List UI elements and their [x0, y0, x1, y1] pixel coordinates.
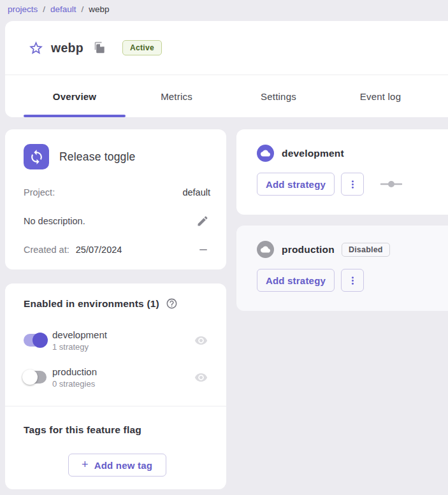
breadcrumb-default-project[interactable]: default: [50, 4, 76, 14]
environment-text: production 0 strategies: [52, 366, 194, 389]
flag-header-card: webp Active Overview Metrics Settings Ev…: [5, 21, 448, 117]
development-cloud-icon: [257, 145, 274, 162]
production-strategies-panel: production Disabled Add strategy: [236, 226, 448, 311]
development-toggle[interactable]: [24, 334, 47, 347]
environment-name: production: [52, 366, 194, 377]
tab-bar: Overview Metrics Settings Event log: [5, 75, 448, 117]
panel-header: development: [257, 145, 448, 162]
tab-overview[interactable]: Overview: [24, 75, 126, 117]
tags-section-title: Tags for this feature flag: [24, 424, 210, 436]
plus-icon: +: [82, 458, 89, 471]
created-at-group: Created at: 25/07/2024: [24, 245, 122, 255]
environment-name: development: [52, 329, 194, 340]
add-strategy-button-production[interactable]: Add strategy: [257, 269, 335, 292]
active-tab-indicator: [24, 115, 126, 117]
breadcrumb-projects[interactable]: projects: [8, 4, 38, 14]
toggle-thumb: [22, 369, 38, 385]
breadcrumb-current-flag: webp: [89, 4, 109, 14]
favorite-star-icon[interactable]: [27, 39, 44, 56]
flag-title-row: webp Active: [5, 21, 448, 75]
add-new-tag-button[interactable]: + Add new tag: [68, 454, 166, 477]
project-row: Project: default: [24, 185, 210, 199]
flag-type-label: Release toggle: [59, 150, 136, 164]
tab-metrics[interactable]: Metrics: [126, 75, 228, 117]
created-at-row: Created at: 25/07/2024: [24, 243, 210, 257]
copy-flag-name-icon[interactable]: [93, 41, 107, 55]
project-label: Project:: [24, 187, 55, 197]
panel-actions: Add strategy: [257, 173, 448, 196]
environment-strategy-count: 0 strategies: [52, 379, 194, 389]
flag-type-header: Release toggle: [24, 144, 210, 169]
development-strategies-panel: development Add strategy: [236, 129, 448, 215]
production-toggle[interactable]: [24, 371, 47, 384]
visibility-eye-icon[interactable]: [194, 333, 208, 347]
project-value: default: [182, 187, 210, 197]
environments-card: Enabled in environments (1) development …: [5, 283, 226, 489]
feature-flag-page: projects / default / webp webp Active: [0, 0, 448, 495]
disabled-badge: Disabled: [342, 243, 390, 257]
description-row: No description.: [24, 213, 210, 229]
breadcrumb-separator: /: [43, 4, 45, 14]
environment-row-development: development 1 strategy: [24, 329, 210, 352]
environment-menu-button[interactable]: [341, 173, 364, 196]
tab-event-log[interactable]: Event log: [329, 75, 431, 117]
add-tag-label: Add new tag: [94, 460, 152, 471]
flag-details-card: Release toggle Project: default No descr…: [5, 129, 226, 269]
panel-environment-name: production: [282, 244, 335, 255]
environments-header: Enabled in environments (1): [24, 298, 210, 310]
environment-menu-button[interactable]: [341, 269, 364, 292]
flag-name: webp: [51, 41, 83, 55]
panel-environment-name: development: [282, 148, 344, 159]
description-text: No description.: [24, 216, 85, 226]
add-strategy-button-development[interactable]: Add strategy: [257, 173, 335, 196]
release-toggle-icon: [24, 144, 49, 169]
created-at-label: Created at:: [24, 245, 69, 255]
status-badge: Active: [122, 40, 162, 55]
edit-description-icon[interactable]: [195, 213, 210, 229]
breadcrumb-separator: /: [82, 4, 84, 14]
created-at-value: 25/07/2024: [76, 245, 122, 255]
help-icon[interactable]: [166, 298, 178, 310]
panel-actions: Add strategy: [257, 269, 448, 292]
environment-text: development 1 strategy: [52, 329, 194, 352]
breadcrumb: projects / default / webp: [8, 0, 110, 18]
visibility-eye-icon[interactable]: [194, 370, 208, 384]
card-divider: [5, 406, 226, 406]
strategy-marker-icon: [380, 180, 403, 188]
production-cloud-icon: [257, 241, 274, 258]
environments-title: Enabled in environments (1): [24, 298, 159, 310]
environment-row-production: production 0 strategies: [24, 366, 210, 389]
panel-header: production Disabled: [257, 241, 448, 258]
tab-settings[interactable]: Settings: [228, 75, 329, 117]
toggle-thumb: [33, 333, 48, 348]
environment-strategy-count: 1 strategy: [52, 342, 194, 352]
lifecycle-dash-icon: [199, 249, 207, 251]
